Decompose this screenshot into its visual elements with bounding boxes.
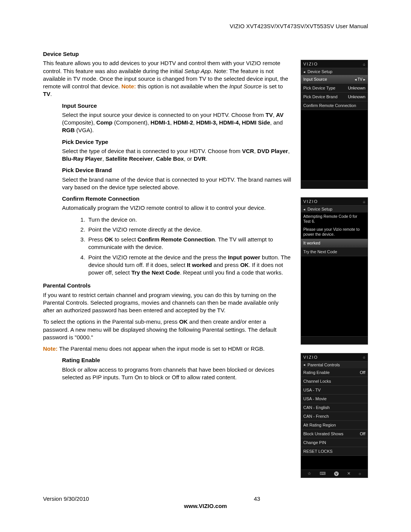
menu-title: Device Setup — [307, 207, 332, 211]
text-bold: OK — [105, 236, 113, 243]
footer-url: www.VIZIO.com — [43, 503, 368, 509]
content-wrap: Device Setup This feature allows you to … — [43, 50, 368, 478]
menu-message-2: Please use your Vizio remote to power th… — [301, 225, 368, 238]
row-label: Confirm Remote Connection — [303, 103, 356, 108]
row-label: Rating Enable — [303, 370, 330, 375]
text-bold: Blu-Ray Player — [62, 155, 102, 162]
menu-row-it-worked[interactable]: It worked — [301, 239, 368, 248]
menu-row-try-next[interactable]: Try the Next Code — [301, 248, 368, 256]
row-value: Off — [360, 431, 365, 436]
row-value: ◂ TV ▸ — [355, 77, 365, 81]
menu-row-alt-rating[interactable]: Alt Rating Region — [301, 421, 368, 430]
menu-row-block-unrated[interactable]: Block Unrated Shows Off — [301, 430, 368, 438]
main-column: Device Setup This feature allows you to … — [43, 50, 291, 478]
step-1: Turn the device on. — [87, 216, 291, 224]
via-icon[interactable]: V — [334, 471, 339, 476]
heading-device-setup: Device Setup — [43, 50, 291, 58]
menu-remote-code: VIZIO ⌂ ◂ Device Setup Attempting Remote… — [301, 197, 368, 345]
menu-bottom-bar — [301, 336, 368, 344]
manual-page: VIZIO XVT423SV/XVT473SV/XVT553SV User Ma… — [0, 0, 411, 532]
menu-row-pick-type[interactable]: Pick Device Type Unknown — [301, 84, 368, 93]
para-confirm: Automatically program the VIZIO remote c… — [62, 204, 291, 212]
text-bold: Try the Next Code — [131, 269, 180, 276]
back-arrow-icon[interactable]: ◂ — [303, 70, 305, 74]
menu-title: Device Setup — [307, 69, 332, 74]
text: . Repeat until you find a code that work… — [180, 269, 283, 276]
menu-message-1: Attempting Remote Code 0 for Test 6. — [301, 212, 368, 225]
text-bold: DVD Player — [257, 148, 288, 154]
menu-row-can-french[interactable]: CAN - French — [301, 412, 368, 421]
text: , — [288, 148, 290, 154]
note-label: Note: — [43, 345, 57, 352]
para-rating: Block or allow access to programs from c… — [62, 366, 291, 382]
menu-title-row[interactable]: ◂ Parental Controls — [301, 361, 368, 368]
row-label: It worked — [303, 241, 320, 245]
row-label: Input Source — [303, 77, 327, 81]
text: Select the type of device that is connec… — [62, 148, 242, 154]
text: , — [254, 148, 257, 154]
heading-parental: Parental Controls — [43, 282, 291, 289]
para-parental-2: To select the options in the Parental su… — [43, 318, 291, 341]
text: . — [206, 155, 207, 162]
menu-logo-bar: VIZIO ⌂ — [301, 198, 368, 206]
close-icon[interactable]: ✕ — [347, 471, 350, 476]
page-footer: Version 9/30/2010 43 www.VIZIO.com — [43, 495, 368, 509]
menu-title: Parental Controls — [307, 363, 340, 367]
menu-row-usa-tv[interactable]: USA - TV — [301, 386, 368, 395]
circle-icon[interactable]: ○ — [358, 471, 361, 476]
row-label: USA - TV — [303, 388, 321, 392]
wifi-icon: ⌂ — [363, 62, 365, 66]
menu-parental: VIZIO ⌂ ◂ Parental Controls Rating Enabl… — [301, 353, 368, 478]
text-bold: TV — [266, 112, 273, 118]
keyboard-icon[interactable]: ⌨ — [320, 471, 326, 476]
text: , — [170, 119, 173, 126]
text: , and — [270, 119, 283, 126]
text-bold: HDMI-1 — [151, 119, 170, 126]
menu-title-row[interactable]: ◂ Device Setup — [301, 206, 368, 212]
menu-row-change-pin[interactable]: Change PIN — [301, 438, 368, 447]
row-label: RESET LOCKS — [303, 449, 333, 454]
row-value: Unknown — [348, 94, 365, 99]
text-bold: AV — [276, 112, 284, 118]
text: , — [193, 119, 196, 126]
menu-row-channel-locks[interactable]: Channel Locks — [301, 377, 368, 386]
text-bold: VCR — [242, 148, 254, 154]
menu-row-confirm[interactable]: Confirm Remote Connection — [301, 101, 368, 110]
step-4: Point the VIZIO remote at the device and… — [87, 254, 291, 277]
menu-row-pick-brand[interactable]: Pick Device Brand Unknown — [301, 93, 368, 101]
row-label: Pick Device Brand — [303, 94, 338, 99]
text-bold: TV — [43, 91, 50, 97]
text: (Component), — [113, 119, 151, 126]
text: Point the VIZIO remote at the device and… — [88, 254, 228, 260]
text: is set to — [261, 83, 283, 89]
heading-confirm: Confirm Remote Connection — [62, 195, 291, 203]
row-label: Change PIN — [303, 440, 326, 445]
star-icon[interactable]: ☆ — [307, 471, 311, 476]
text: Select the input source your device is c… — [62, 112, 266, 118]
note-label: Note: — [121, 83, 136, 89]
wifi-icon: ⌂ — [363, 200, 365, 204]
text-bold: It worked — [187, 262, 212, 268]
back-arrow-icon[interactable]: ◂ — [303, 363, 305, 367]
menu-row-input-source[interactable]: Input Source ◂ TV ▸ — [301, 75, 368, 84]
row-value: Unknown — [348, 86, 365, 90]
text-bold: HDMI-2 — [174, 119, 193, 126]
text-bold: OK — [240, 262, 249, 268]
menu-device-setup: VIZIO ⌂ ◂ Device Setup Input Source ◂ TV… — [301, 60, 368, 189]
menu-row-can-english[interactable]: CAN - English — [301, 403, 368, 412]
row-label: Alt Rating Region — [303, 423, 336, 427]
text-bold: DVR — [194, 155, 206, 162]
row-label: CAN - English — [303, 405, 330, 410]
para-parental-1: If you want to restrict certain channel … — [43, 291, 291, 315]
menu-title-row[interactable]: ◂ Device Setup — [301, 68, 368, 75]
menu-row-reset-locks[interactable]: RESET LOCKS — [301, 447, 368, 456]
back-arrow-icon[interactable]: ◂ — [303, 207, 305, 211]
heading-pick-type: Pick Device Type — [62, 138, 291, 146]
menu-row-rating-enable[interactable]: Rating Enable Off — [301, 368, 368, 377]
footer-page-number: 43 — [254, 495, 368, 502]
heading-rating: Rating Enable — [62, 356, 291, 364]
menu-filler — [301, 456, 368, 470]
page-header: VIZIO XVT423SV/XVT473SV/XVT553SV User Ma… — [43, 23, 368, 29]
row-label: Block Unrated Shows — [303, 431, 343, 436]
menu-row-usa-movie[interactable]: USA - Movie — [301, 395, 368, 403]
